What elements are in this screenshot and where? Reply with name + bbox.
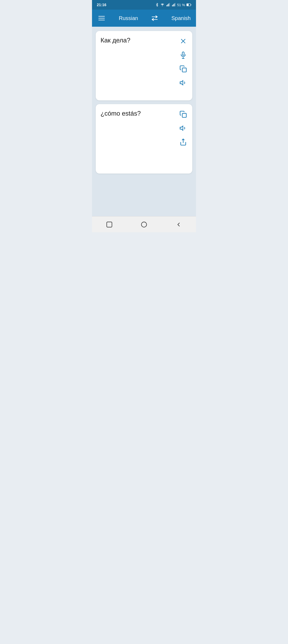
swap-languages-button[interactable] xyxy=(151,15,158,21)
source-box-icons xyxy=(178,36,188,96)
square-icon xyxy=(106,221,113,228)
back-button[interactable] xyxy=(173,219,184,230)
svg-rect-13 xyxy=(182,52,184,55)
status-bar: 21:16 51 % xyxy=(92,0,196,10)
svg-rect-3 xyxy=(169,3,169,6)
bluetooth-icon xyxy=(155,3,159,7)
back-triangle-icon xyxy=(175,221,182,228)
svg-rect-18 xyxy=(182,113,186,117)
svg-rect-1 xyxy=(167,5,167,6)
svg-rect-21 xyxy=(107,222,112,227)
menu-button[interactable] xyxy=(97,15,106,21)
result-box-icons xyxy=(178,109,188,169)
recent-apps-button[interactable] xyxy=(104,219,115,230)
target-language-selector[interactable]: Spanish xyxy=(171,15,191,21)
svg-point-0 xyxy=(162,6,163,6)
svg-rect-2 xyxy=(167,4,168,6)
hamburger-line xyxy=(98,18,105,18)
speak-source-button[interactable] xyxy=(178,78,188,88)
copy-result-button[interactable] xyxy=(178,109,188,119)
nav-bar xyxy=(92,216,196,232)
signal2-icon xyxy=(171,3,176,7)
source-text[interactable]: Как дела? xyxy=(101,36,176,96)
svg-marker-19 xyxy=(180,126,183,130)
battery-icon xyxy=(186,3,191,6)
wifi-icon xyxy=(160,3,165,7)
svg-rect-5 xyxy=(172,5,173,6)
svg-point-22 xyxy=(141,222,147,227)
hamburger-line xyxy=(98,20,105,20)
home-button[interactable] xyxy=(138,219,150,230)
svg-rect-6 xyxy=(173,4,174,6)
status-icons: 51 % xyxy=(155,3,191,7)
main-content: Как дела? xyxy=(92,27,196,216)
hamburger-line xyxy=(98,16,105,17)
svg-rect-7 xyxy=(174,3,175,6)
mic-button[interactable] xyxy=(178,50,188,60)
svg-rect-4 xyxy=(169,3,170,6)
battery-level: 51 % xyxy=(177,3,185,7)
speak-result-button[interactable] xyxy=(178,123,188,133)
copy-source-button[interactable] xyxy=(178,64,188,74)
signal-icon xyxy=(166,3,170,7)
share-result-button[interactable] xyxy=(178,137,188,147)
clear-button[interactable] xyxy=(178,36,188,46)
svg-rect-16 xyxy=(182,68,186,72)
result-text-box: ¿cómo estás? xyxy=(96,104,192,174)
source-text-box: Как дела? xyxy=(96,31,192,100)
result-text: ¿cómo estás? xyxy=(101,109,176,169)
status-time: 21:16 xyxy=(97,3,106,7)
svg-rect-10 xyxy=(187,4,189,6)
svg-rect-8 xyxy=(175,3,175,6)
home-circle-icon xyxy=(141,221,147,228)
svg-marker-17 xyxy=(180,81,183,85)
app-bar: Russian Spanish xyxy=(92,10,196,27)
source-language-selector[interactable]: Russian xyxy=(119,15,138,21)
